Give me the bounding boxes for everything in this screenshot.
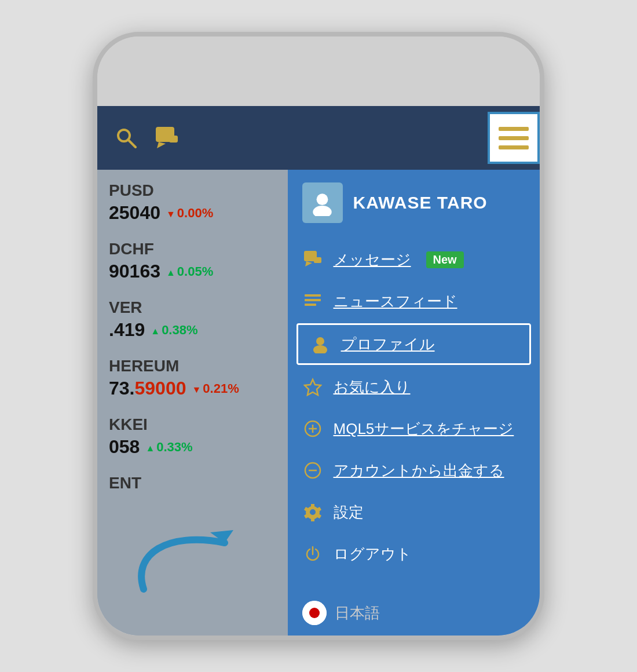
chat-icon: [154, 125, 180, 151]
mql5charge-label: MQL5サービスをチャージ: [334, 419, 514, 439]
messages-label: メッセージ: [334, 250, 411, 270]
flag-svg: [302, 601, 327, 625]
menu-item-mql5charge[interactable]: MQL5サービスをチャージ: [288, 408, 540, 450]
header-bar: [97, 106, 540, 170]
ticker-item: ENT: [109, 474, 288, 492]
ticker-change: 0.38%: [151, 323, 197, 338]
chat-button[interactable]: [152, 123, 181, 152]
header-left: [97, 123, 488, 152]
phone-screen: PUSD 25040 0.00% DCHF 90163: [97, 106, 540, 636]
ticker-price: .419: [109, 319, 145, 341]
menu-item-withdraw[interactable]: アカウントから出金する: [288, 450, 540, 491]
ticker-price: 73.59000: [109, 378, 186, 399]
up-arrow-icon: [151, 323, 160, 338]
ticker-item: HEREUM 73.59000 0.21%: [109, 357, 288, 399]
svg-rect-11: [305, 304, 316, 306]
svg-marker-4: [210, 530, 233, 543]
power-icon: [302, 543, 323, 564]
hamburger-menu-button[interactable]: [488, 112, 540, 164]
svg-point-22: [309, 608, 320, 618]
news-icon: [302, 291, 323, 312]
phone-notch: [97, 36, 540, 106]
newsfeed-label: ニュースフィード: [334, 291, 457, 312]
search-button[interactable]: [112, 123, 141, 152]
withdraw-label: アカウントから出金する: [334, 461, 504, 481]
language-label: 日本語: [335, 603, 380, 623]
menu-item-newsfeed[interactable]: ニュースフィード: [288, 280, 540, 322]
ticker-symbol: VER: [109, 298, 288, 317]
minus-circle-icon: [302, 460, 323, 481]
svg-line-1: [128, 140, 136, 147]
menu-items-list: メッセージ New ニュースフィード: [288, 236, 540, 578]
star-icon: [302, 377, 323, 397]
svg-rect-3: [169, 136, 178, 143]
menu-line-2: [499, 136, 529, 140]
up-arrow-icon: [166, 264, 175, 279]
ticker-item: VER .419 0.38%: [109, 298, 288, 341]
menu-line-3: [499, 145, 529, 149]
svg-rect-8: [314, 257, 321, 263]
menu-item-favorites[interactable]: お気に入り: [288, 366, 540, 408]
plus-circle-icon: [302, 418, 323, 439]
ticker-price: 058: [109, 436, 140, 458]
svg-point-13: [313, 345, 327, 353]
ticker-price: 90163: [109, 261, 160, 282]
ticker-symbol: PUSD: [109, 181, 288, 200]
phone-frame: PUSD 25040 0.00% DCHF 90163: [93, 32, 544, 640]
chat-bubble-icon: [302, 249, 323, 270]
main-content: PUSD 25040 0.00% DCHF 90163: [97, 170, 540, 636]
menu-item-logout[interactable]: ログアウト: [288, 533, 540, 575]
down-arrow-icon: [192, 381, 201, 396]
user-profile-icon: [310, 334, 331, 355]
ticker-price-row: 25040 0.00%: [109, 202, 288, 224]
svg-rect-10: [305, 299, 321, 301]
arrow-annotation: [109, 485, 271, 601]
ticker-change: 0.05%: [166, 264, 213, 279]
gear-icon: [302, 502, 323, 523]
ticker-item: PUSD 25040 0.00%: [109, 181, 288, 224]
ticker-change: 0.33%: [145, 440, 192, 455]
up-arrow-icon: [145, 440, 155, 455]
avatar-icon: [309, 190, 335, 216]
settings-label: 設定: [334, 502, 364, 523]
ticker-change: 0.21%: [192, 381, 239, 396]
logout-label: ログアウト: [334, 544, 412, 564]
ticker-item: DCHF 90163 0.05%: [109, 240, 288, 282]
ticker-symbol: DCHF: [109, 240, 288, 258]
ticker-price-row: 058 0.33%: [109, 436, 288, 458]
avatar: [302, 182, 343, 223]
ticker-symbol: HEREUM: [109, 357, 288, 375]
svg-point-12: [316, 337, 324, 345]
ticker-price: 25040: [109, 202, 160, 224]
svg-rect-9: [305, 294, 321, 297]
svg-point-5: [317, 193, 328, 205]
down-arrow-icon: [166, 206, 175, 221]
user-name-label: KAWASE TARO: [353, 193, 488, 213]
search-icon: [115, 126, 138, 149]
menu-line-1: [499, 127, 529, 131]
dropdown-panel: KAWASE TARO メッセージ: [288, 170, 540, 636]
menu-item-settings[interactable]: 設定: [288, 491, 540, 533]
profile-label: プロファイル: [341, 334, 435, 355]
ticker-item: KKEI 058 0.33%: [109, 415, 288, 458]
language-section[interactable]: 日本語: [288, 590, 540, 636]
ticker-symbol: KKEI: [109, 415, 288, 434]
menu-item-messages[interactable]: メッセージ New: [288, 239, 540, 280]
ticker-symbol: ENT: [109, 474, 288, 492]
ticker-panel: PUSD 25040 0.00% DCHF 90163: [97, 170, 288, 636]
ticker-price-row: 73.59000 0.21%: [109, 378, 288, 399]
menu-item-profile[interactable]: プロファイル: [296, 323, 531, 365]
svg-marker-14: [305, 379, 321, 395]
ticker-price-row: .419 0.38%: [109, 319, 288, 341]
new-badge: New: [426, 251, 464, 268]
ticker-price-row: 90163 0.05%: [109, 261, 288, 282]
japan-flag-icon: [302, 601, 327, 625]
user-section: KAWASE TARO: [288, 170, 540, 236]
svg-point-6: [313, 206, 331, 216]
favorites-label: お気に入り: [334, 377, 411, 397]
ticker-change: 0.00%: [166, 206, 213, 221]
